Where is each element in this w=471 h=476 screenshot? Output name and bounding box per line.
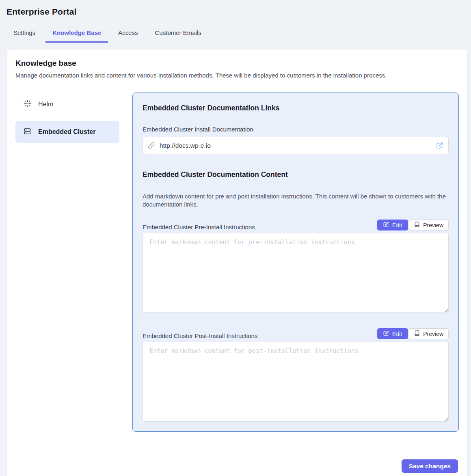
edit-icon — [383, 330, 389, 337]
book-icon — [414, 330, 420, 337]
pre-install-label-row: Embedded Cluster Pre-Install Instruction… — [143, 220, 449, 230]
post-install-label-row: Embedded Cluster Post-Install Instructio… — [143, 328, 449, 339]
knowledge-base-card: Knowledge base Manage documentation link… — [6, 49, 468, 476]
card-title: Knowledge base — [15, 59, 459, 68]
tab-settings[interactable]: Settings — [6, 25, 42, 43]
pre-install-label: Embedded Cluster Pre-Install Instruction… — [143, 224, 255, 230]
svg-text:HELM: HELM — [25, 103, 30, 105]
tab-access[interactable]: Access — [111, 25, 145, 43]
page-title: Enterprise Portal — [6, 7, 465, 17]
post-install-preview-button[interactable]: Preview — [409, 328, 449, 339]
edit-button-label: Edit — [392, 331, 402, 337]
book-icon — [414, 222, 420, 228]
install-doc-label: Embedded Cluster Install Documentation — [143, 126, 449, 133]
pre-install-edit-button[interactable]: Edit — [377, 220, 408, 230]
install-doc-input-wrap — [143, 137, 449, 154]
embedded-cluster-panel: Embedded Cluster Documentation Links Emb… — [132, 93, 459, 432]
post-install-textarea[interactable] — [143, 342, 449, 422]
links-section-title: Embedded Cluster Documentation Links — [143, 104, 449, 112]
sidebar-item-helm[interactable]: HELM Helm — [15, 93, 119, 115]
edit-icon — [383, 222, 389, 228]
card-description: Manage documentation links and content f… — [15, 72, 459, 79]
tab-bar: Settings Knowledge Base Access Customer … — [6, 25, 465, 42]
content-section-description: Add markdown content for pre and post in… — [143, 192, 448, 209]
post-install-label: Embedded Cluster Post-Install Instructio… — [143, 332, 257, 339]
tab-knowledge-base[interactable]: Knowledge Base — [45, 25, 108, 43]
preview-button-label: Preview — [423, 222, 443, 228]
pre-install-textarea[interactable] — [143, 233, 449, 313]
post-install-mode-toggle: Edit Preview — [377, 328, 449, 339]
install-method-nav: HELM Helm Embedded Cluster — [15, 93, 119, 432]
pre-install-preview-button[interactable]: Preview — [409, 220, 449, 230]
tab-customer-emails[interactable]: Customer Emails — [148, 25, 208, 43]
install-doc-input[interactable] — [143, 137, 449, 154]
link-icon — [148, 142, 155, 151]
sidebar-item-label: Helm — [38, 101, 53, 108]
post-install-edit-button[interactable]: Edit — [377, 328, 408, 339]
edit-button-label: Edit — [392, 222, 402, 228]
sidebar-item-embedded-cluster[interactable]: Embedded Cluster — [15, 121, 119, 143]
save-changes-button[interactable]: Save changes — [402, 459, 458, 473]
server-stack-icon — [24, 127, 31, 137]
sidebar-item-label: Embedded Cluster — [38, 128, 95, 136]
page-header: Enterprise Portal — [0, 0, 471, 17]
content-row: HELM Helm Embedded Cluster Embedde — [15, 93, 459, 432]
external-link-icon[interactable] — [436, 142, 443, 151]
content-section-title: Embedded Cluster Documentation Content — [143, 170, 449, 179]
footer-actions: Save changes — [15, 459, 459, 473]
helm-icon: HELM — [24, 100, 31, 109]
preview-button-label: Preview — [423, 331, 443, 337]
pre-install-mode-toggle: Edit Preview — [377, 220, 449, 230]
